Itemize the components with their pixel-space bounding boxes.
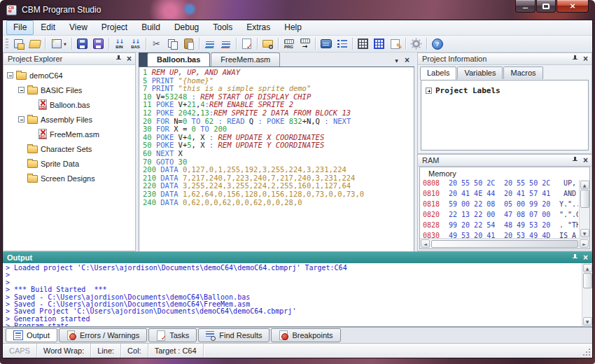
tree-item-screen-designs[interactable]: Screen Designs — [4, 171, 135, 186]
memory-dump[interactable]: 080820 55 50 2C20 55 50 2C UP, UP,081020… — [420, 180, 589, 238]
folder-icon — [27, 175, 38, 183]
menu-edit[interactable]: Edit — [34, 20, 62, 35]
tree-item-balloon-bas[interactable]: BASBalloon.bas — [4, 97, 135, 112]
export-bin-button[interactable]: ↓↓BIN — [111, 36, 127, 52]
tree-item-character-sets[interactable]: Character Sets — [4, 141, 135, 156]
code-line: 50 POKE V+5, X : REM UPDATE Y COORDINATE… — [143, 141, 414, 150]
scroll-right-icon[interactable]: ► — [580, 239, 589, 248]
scroll-left-icon[interactable]: ◄ — [421, 239, 430, 248]
menu-tools[interactable]: Tools — [206, 20, 239, 35]
toolbar-grip[interactable] — [6, 38, 8, 50]
bottom-tab-errors-warnings[interactable]: Errors / Warnings — [59, 328, 147, 342]
expand-icon[interactable] — [18, 87, 24, 93]
title-bar[interactable]: CBM CBM Program Studio — [0, 0, 595, 20]
code-editor[interactable]: 1 REM UP, UP, AND AWAY5 PRINT "{home}"7 … — [139, 67, 414, 251]
editor-tab-freemem-asm[interactable]: FreeMem.asm — [211, 52, 280, 66]
output-line: > Program stats — [6, 323, 580, 326]
dropdown-icon[interactable]: ▼ — [64, 42, 66, 46]
minimize-button[interactable] — [515, 0, 536, 13]
close-button[interactable]: × — [556, 0, 589, 13]
bottom-tab-breakpoints[interactable]: Breakpoints — [271, 328, 340, 342]
paste-button[interactable] — [181, 36, 197, 52]
pin-icon[interactable] — [572, 55, 578, 62]
scroll-thumb[interactable] — [580, 190, 589, 208]
expand-icon[interactable] — [426, 88, 432, 94]
tree-item-freemem-asm[interactable]: ASMFreeMem.asm — [4, 127, 135, 141]
character-editor-button[interactable] — [355, 36, 371, 52]
label-list-button[interactable] — [334, 36, 350, 52]
cut-button[interactable]: ✂ — [148, 36, 164, 52]
close-panel-icon[interactable]: × — [583, 254, 588, 261]
pin-icon[interactable] — [572, 254, 578, 261]
scroll-thumb[interactable] — [431, 240, 578, 248]
scroll-up-icon[interactable]: ▲ — [580, 181, 589, 189]
help-button[interactable] — [429, 36, 445, 52]
memory-viewer-button[interactable] — [318, 36, 334, 52]
memory-address: 0828 — [423, 220, 442, 230]
pin-icon[interactable] — [115, 55, 122, 62]
run-icon: → — [299, 38, 311, 50]
bottom-tab-output[interactable]: Output — [6, 328, 57, 342]
output-vertical-scrollbar[interactable]: ▲ ▼ — [582, 263, 592, 326]
bottom-tab-tasks[interactable]: Tasks — [148, 328, 197, 342]
memory-hex: 20 53 49 4D — [504, 230, 553, 238]
project-information-panel: Project Information × LabelsVariablesMac… — [417, 52, 592, 154]
info-tab-variables[interactable]: Variables — [457, 66, 503, 79]
sprite-editor-button[interactable] — [371, 36, 387, 52]
close-panel-icon[interactable]: × — [127, 55, 132, 62]
save-button[interactable] — [74, 36, 90, 52]
maximize-button[interactable] — [536, 0, 556, 13]
resize-grip[interactable] — [581, 344, 592, 358]
project-explorer-panel: Project Explorer × demoC64BASIC FilesBAS… — [3, 52, 136, 251]
menu-extras[interactable]: Extras — [239, 20, 277, 35]
memory-row: 081020 41 4E 4420 41 57 41 AND AWA — [423, 188, 578, 199]
new-file-button[interactable]: ▼ — [48, 36, 69, 52]
expand-icon[interactable] — [7, 72, 13, 78]
pin-icon[interactable] — [572, 157, 578, 164]
output-title: Output — [7, 253, 32, 262]
scroll-up-icon[interactable]: ▲ — [583, 264, 592, 272]
info-tab-macros[interactable]: Macros — [503, 66, 542, 79]
prg-button[interactable]: PRG — [281, 36, 297, 52]
copy-button[interactable] — [164, 36, 181, 52]
screen-editor-button[interactable] — [387, 36, 403, 52]
scroll-thumb[interactable] — [583, 273, 592, 288]
project-labels-node[interactable]: Project Labels — [426, 86, 584, 95]
close-document-icon[interactable]: × — [405, 57, 410, 64]
menu-build[interactable]: Build — [134, 20, 167, 35]
uncomment-button[interactable] — [218, 36, 234, 52]
run-button[interactable]: → — [297, 36, 313, 52]
settings-button[interactable] — [408, 36, 424, 52]
new-project-button[interactable] — [10, 36, 27, 52]
expand-icon[interactable] — [18, 116, 24, 122]
comment-button[interactable] — [202, 36, 218, 52]
col-status: Col: — [121, 344, 148, 358]
editor-tab-balloon-bas[interactable]: Balloon.bas — [147, 52, 210, 66]
save-all-button[interactable] — [90, 36, 106, 52]
tree-item-democ64[interactable]: demoC64 — [4, 68, 135, 83]
menu-help[interactable]: Help — [277, 20, 309, 35]
scroll-down-icon[interactable]: ▼ — [583, 317, 592, 326]
memory-vertical-scrollbar[interactable]: ▲ ▼ — [579, 180, 589, 238]
project-information-title: Project Information — [422, 55, 486, 63]
output-log[interactable]: > Loaded project 'C:\Users\ajordison\Doc… — [3, 263, 592, 326]
memory-horizontal-scrollbar[interactable]: ◄ ► — [420, 238, 589, 248]
close-panel-icon[interactable]: × — [583, 157, 588, 164]
tree-item-basic-files[interactable]: BASIC Files — [4, 83, 135, 97]
open-project-button[interactable] — [27, 36, 43, 52]
bottom-tab-find-results[interactable]: Find Results — [198, 328, 270, 342]
tree-item-sprite-data[interactable]: Sprite Data — [4, 156, 135, 171]
memory-hex: 48 49 53 20 — [504, 220, 553, 230]
menu-file[interactable]: File — [6, 20, 34, 35]
scroll-down-icon[interactable]: ▼ — [580, 229, 589, 237]
close-panel-icon[interactable]: × — [583, 55, 588, 62]
menu-project[interactable]: Project — [94, 20, 134, 35]
tab-list-dropdown-icon[interactable]: ▼ — [395, 58, 398, 63]
tree-item-assembly-files[interactable]: Assembly Files — [4, 112, 135, 127]
check-syntax-button[interactable] — [239, 36, 255, 52]
info-tab-labels[interactable]: Labels — [420, 66, 456, 80]
export-bas-button[interactable]: ↓↓BAS — [127, 36, 144, 52]
menu-debug[interactable]: Debug — [167, 20, 206, 35]
build-button[interactable] — [260, 36, 276, 52]
menu-view[interactable]: View — [62, 20, 94, 35]
